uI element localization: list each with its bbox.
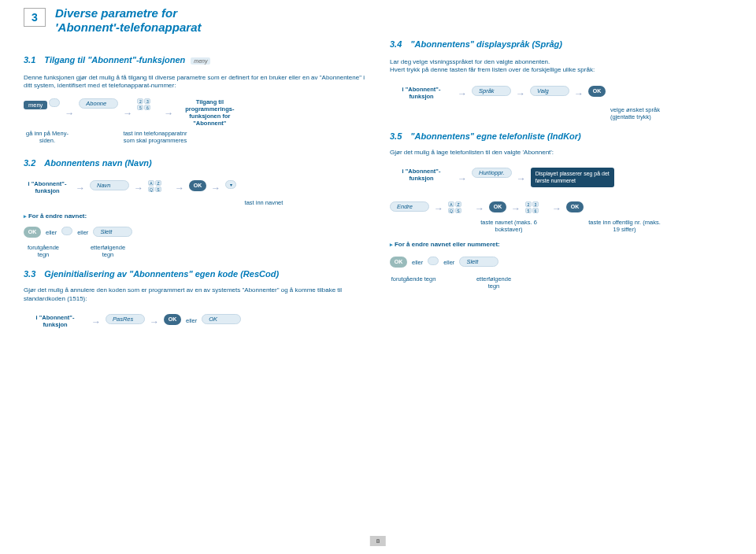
- keypad-icon: 23 56: [525, 201, 547, 214]
- section-34-flow: i "Abonnent"-funksjon → Språk → Valg → O…: [390, 86, 736, 100]
- arrow-icon: →: [65, 106, 74, 119]
- pasres-pill: PasRes: [106, 314, 145, 324]
- caption-tilgang: Tilgang til programmerings-funksjonen fo…: [178, 98, 241, 127]
- caption-navn: taste navnet (maks. 6 bokstaver): [473, 219, 544, 233]
- page-footer: 8: [370, 536, 386, 546]
- caption-forut: forutgående tegn: [24, 244, 63, 258]
- arrow-icon: →: [211, 181, 220, 194]
- arrow-icon: →: [458, 172, 467, 184]
- arrow-icon: →: [574, 87, 584, 99]
- meny-button: meny: [24, 98, 60, 109]
- section-34-title: 3.4 "Abonnentens" displayspråk (Språg): [390, 39, 736, 49]
- slett-pill: Slett: [93, 227, 132, 237]
- arrow-icon: →: [511, 201, 521, 214]
- page-number: 3: [32, 11, 38, 24]
- endre-nummer-heading: For å endre navnet eller nummeret:: [390, 241, 736, 249]
- keypad-icon: AZ QS: [148, 180, 170, 193]
- ok-button: OK: [566, 201, 584, 212]
- hurti-pill: Hurtioppr.: [472, 168, 512, 178]
- eller-label: eller: [412, 259, 423, 266]
- page-title: Diverse parametre for 'Abonnent'-telefon…: [55, 6, 201, 35]
- nav-button: [61, 227, 72, 235]
- ok-button: OK: [390, 257, 407, 268]
- eller-label: eller: [186, 317, 197, 324]
- arrow-icon: →: [175, 181, 184, 194]
- caption-etter: etterfølgende tegn: [470, 275, 517, 290]
- caption-forut: forutgående tegn: [390, 275, 437, 283]
- section-31-intro: Denne funksjonen gjør det mulig å få til…: [24, 74, 370, 90]
- arrow-icon: →: [150, 315, 159, 327]
- eller-label: eller: [77, 229, 88, 236]
- section-32-flow: i "Abonnent"-funksjon → Navn → AZ QS → O…: [24, 180, 370, 194]
- caption-tastnavn: tast inn navnet: [158, 199, 370, 206]
- meny-tag: meny: [191, 57, 210, 65]
- abonnent-funksjon-label: i "Abonnent"-funksjon: [24, 180, 71, 194]
- caption-etter: etterfølgende tegn: [88, 244, 128, 258]
- sprak-pill: Språk: [472, 86, 511, 96]
- ok-button: OK: [489, 201, 506, 212]
- arrow-icon: →: [123, 106, 132, 119]
- keypad-icon: AZ QS: [448, 201, 470, 214]
- section-33-intro: Gjør det mulig å annulere den koden som …: [24, 286, 370, 303]
- left-column: 3.1 Tilgang til "Abonnent"-funksjonen me…: [24, 55, 370, 328]
- caption-menyside: gå inn på Meny-siden.: [24, 130, 71, 144]
- ok-button: OK: [588, 86, 606, 97]
- navn-pill: Navn: [90, 180, 129, 190]
- arrow-icon: →: [552, 201, 561, 214]
- abonne-pill: Abonne: [79, 98, 118, 109]
- sec34-line1: Lar deg velge visningsspråket for den va…: [390, 58, 736, 66]
- page-number-box: 3: [24, 8, 46, 27]
- arrow-icon: →: [517, 172, 526, 184]
- arrow-icon: →: [458, 87, 467, 99]
- abonnent-funksjon-label: i "Abonnent"-funksjon: [390, 86, 453, 100]
- section-33-flow: i "Abonnent"-funksjon → PasRes → OK elle…: [24, 314, 370, 328]
- endre-navnet-heading: For å endre navnet:: [24, 212, 370, 220]
- eller-label: eller: [443, 259, 454, 266]
- section-32-title: 3.2 Abonnentens navn (Navn): [24, 158, 370, 168]
- section-31-title: 3.1 Tilgang til "Abonnent"-funksjonen me…: [24, 55, 370, 65]
- valg-pill: Valg: [530, 86, 569, 96]
- arrow-icon: →: [76, 181, 85, 194]
- section-31-flow: meny → Abonne → 23 56 → Tilgang til prog…: [24, 98, 370, 127]
- ok-button: OK: [189, 180, 206, 191]
- keypad-icon: 23 56: [137, 98, 159, 111]
- slett-pill: Slett: [459, 257, 498, 267]
- sec34-line2: Hvert trykk på denne tasten får frem lis…: [390, 66, 736, 74]
- section-33-title: 3.3 Gjeninitialisering av "Abonnentens" …: [24, 269, 370, 279]
- section-35-title: 3.5 "Abonnentens" egne telefonliste (Ind…: [390, 131, 736, 141]
- nav-button: ▾: [225, 180, 236, 189]
- ok-button: OK: [164, 314, 181, 325]
- abonnent-funksjon-label: i "Abonnent"-funksjon: [390, 168, 453, 182]
- section-35-flow2: Endre → AZ QS → OK → 23 56 → OK: [390, 201, 736, 214]
- section-32-edit-flow: OK eller eller Slett: [24, 227, 370, 238]
- right-column: 3.4 "Abonnentens" displayspråk (Språg) L…: [390, 39, 736, 290]
- arrow-icon: →: [516, 87, 525, 99]
- caption-nr: taste inn offentlig nr. (maks. 19 siffer…: [585, 219, 664, 233]
- caption-velge: velge ønsket språk (gjentatte trykk): [610, 106, 681, 120]
- arrow-icon: →: [475, 201, 484, 214]
- eller-label: eller: [46, 229, 57, 236]
- caption-tastinn: tast inn telefonapparatnr som skal progr…: [120, 130, 191, 144]
- abonnent-funksjon-label: i "Abonnent"-funksjon: [24, 314, 87, 328]
- arrow-icon: →: [91, 315, 101, 327]
- arrow-icon: →: [434, 201, 443, 214]
- ok-button: OK: [24, 227, 41, 238]
- ok-pill: OK: [202, 314, 241, 324]
- endre-pill: Endre: [390, 201, 429, 212]
- arrow-icon: →: [164, 106, 173, 119]
- section-35-intro: Gjør det mulig å lage telefonlisten til …: [390, 149, 736, 157]
- arrow-icon: →: [134, 181, 143, 194]
- section-35-flow1: i "Abonnent"-funksjon → Hurtioppr. → Dis…: [390, 168, 736, 187]
- section-35-edit-flow: OK eller eller Slett: [390, 257, 736, 268]
- nav-button: [428, 257, 439, 265]
- display-box: Displayet plasserer seg på det første nu…: [531, 168, 614, 187]
